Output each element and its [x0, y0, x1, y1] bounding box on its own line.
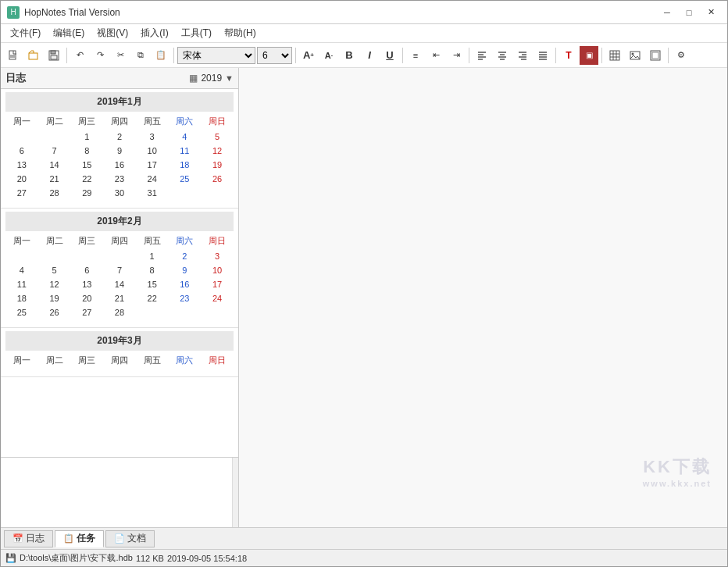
day-cell[interactable]: 15: [136, 277, 169, 291]
underline-button[interactable]: U: [380, 46, 399, 65]
day-cell[interactable]: 29: [70, 186, 103, 200]
tab-tasks[interactable]: 📋 任务: [55, 530, 104, 547]
day-cell-sun[interactable]: 24: [201, 291, 234, 305]
bottom-scrollbar[interactable]: [232, 458, 238, 527]
day-cell[interactable]: 21: [38, 172, 71, 186]
menu-item[interactable]: 文件(F): [4, 25, 47, 41]
day-cell[interactable]: 30: [103, 186, 136, 200]
menu-item[interactable]: 编辑(E): [47, 25, 91, 41]
day-cell-sat[interactable]: 16: [169, 277, 202, 291]
day-cell-sat[interactable]: 25: [169, 172, 202, 186]
day-cell[interactable]: 4: [5, 263, 38, 277]
day-cell[interactable]: 26: [38, 305, 71, 319]
day-cell-sun[interactable]: 3: [201, 249, 234, 263]
align-left-button[interactable]: [473, 46, 491, 65]
cut-button[interactable]: ✂: [111, 46, 130, 65]
day-cell[interactable]: 13: [70, 277, 103, 291]
text-color-button[interactable]: T: [559, 46, 578, 65]
align-right-button[interactable]: [513, 46, 532, 65]
day-cell-sat[interactable]: 11: [169, 144, 202, 158]
day-cell[interactable]: 24: [136, 172, 169, 186]
menu-item[interactable]: 插入(I): [134, 25, 174, 41]
day-cell-sun[interactable]: 17: [201, 277, 234, 291]
day-cell-sun[interactable]: 26: [201, 172, 234, 186]
day-cell-sat[interactable]: 23: [169, 291, 202, 305]
maximize-button[interactable]: □: [679, 5, 699, 20]
indent-left-button[interactable]: ⇤: [426, 46, 445, 65]
day-cell[interactable]: 12: [38, 277, 71, 291]
day-cell[interactable]: 11: [5, 277, 38, 291]
menu-item[interactable]: 帮助(H): [218, 25, 262, 41]
day-cell[interactable]: 7: [38, 144, 71, 158]
day-cell[interactable]: 17: [136, 158, 169, 172]
day-cell[interactable]: 27: [5, 186, 38, 200]
day-cell-sat[interactable]: 18: [169, 158, 202, 172]
day-cell[interactable]: 1: [70, 130, 103, 144]
bg-color-button[interactable]: ▣: [580, 46, 598, 65]
italic-button[interactable]: I: [360, 46, 379, 65]
day-cell[interactable]: 1: [136, 249, 169, 263]
day-cell[interactable]: 27: [70, 305, 103, 319]
day-cell[interactable]: 6: [70, 263, 103, 277]
day-cell-sat[interactable]: 9: [169, 263, 202, 277]
day-cell[interactable]: 8: [70, 144, 103, 158]
day-cell-sat[interactable]: 4: [169, 130, 202, 144]
day-cell-sat[interactable]: 2: [169, 249, 202, 263]
redo-button[interactable]: ↷: [91, 46, 109, 65]
day-cell[interactable]: 13: [5, 158, 38, 172]
day-cell[interactable]: 6: [5, 144, 38, 158]
day-cell[interactable]: 22: [70, 172, 103, 186]
insert-frame-button[interactable]: [646, 46, 665, 65]
day-cell[interactable]: 3: [136, 130, 169, 144]
undo-button[interactable]: ↶: [70, 46, 89, 65]
day-cell[interactable]: 15: [70, 158, 103, 172]
align-center-button[interactable]: [493, 46, 512, 65]
day-cell[interactable]: 16: [103, 158, 136, 172]
day-cell[interactable]: 14: [38, 158, 71, 172]
minimize-button[interactable]: ─: [657, 5, 677, 20]
day-cell[interactable]: 19: [38, 291, 71, 305]
tab-diary[interactable]: 📅 日志: [4, 530, 53, 547]
calendar-container[interactable]: 2019年1月 周一 周二 周三 周四 周五 周六 周日: [1, 89, 238, 457]
list-button[interactable]: ≡: [406, 46, 425, 65]
day-cell[interactable]: 10: [136, 144, 169, 158]
copy-button[interactable]: ⧉: [131, 46, 150, 65]
day-cell[interactable]: 20: [70, 291, 103, 305]
menu-item[interactable]: 工具(T): [175, 25, 218, 41]
close-button[interactable]: ✕: [701, 5, 721, 20]
save-button[interactable]: [45, 46, 63, 65]
day-cell[interactable]: 5: [38, 263, 71, 277]
day-cell[interactable]: 28: [103, 305, 136, 319]
align-justify-button[interactable]: [534, 46, 552, 65]
day-cell[interactable]: 14: [103, 277, 136, 291]
day-cell[interactable]: 25: [5, 305, 38, 319]
font-name-select[interactable]: 宋体: [177, 47, 255, 64]
font-size-up-button[interactable]: A+: [299, 46, 318, 65]
day-cell[interactable]: 18: [5, 291, 38, 305]
font-size-select[interactable]: 6: [257, 47, 292, 64]
open-button[interactable]: [24, 46, 43, 65]
day-cell[interactable]: 22: [136, 291, 169, 305]
day-cell[interactable]: 28: [38, 186, 71, 200]
year-dropdown-icon[interactable]: ▼: [225, 73, 234, 83]
day-cell-sun[interactable]: 12: [201, 144, 234, 158]
settings-button[interactable]: ⚙: [672, 46, 691, 65]
day-cell-sun[interactable]: 19: [201, 158, 234, 172]
bold-button[interactable]: B: [340, 46, 359, 65]
paste-button[interactable]: 📋: [152, 46, 170, 65]
day-cell[interactable]: 8: [136, 263, 169, 277]
day-cell[interactable]: 2: [103, 130, 136, 144]
new-button[interactable]: [4, 46, 23, 65]
day-cell[interactable]: 9: [103, 144, 136, 158]
font-size-down-button[interactable]: A-: [319, 46, 338, 65]
indent-right-button[interactable]: ⇥: [447, 46, 466, 65]
day-cell[interactable]: 7: [103, 263, 136, 277]
day-cell-sun[interactable]: 5: [201, 130, 234, 144]
menu-item[interactable]: 视图(V): [91, 25, 134, 41]
right-panel[interactable]: [239, 68, 727, 527]
day-cell[interactable]: 23: [103, 172, 136, 186]
day-cell[interactable]: 20: [5, 172, 38, 186]
insert-table-button[interactable]: [605, 46, 624, 65]
day-cell[interactable]: 31: [136, 186, 169, 200]
tab-docs[interactable]: 📄 文档: [105, 530, 155, 547]
